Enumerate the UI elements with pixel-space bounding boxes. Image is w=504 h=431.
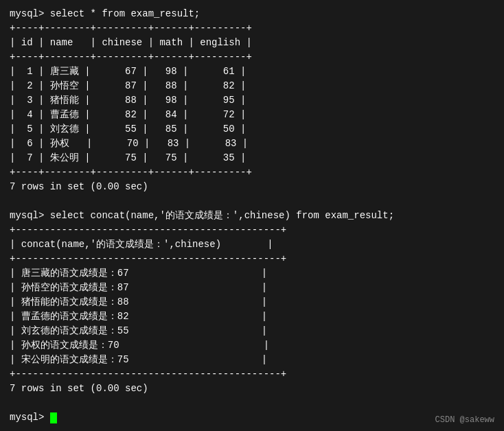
table-row: | 7 | 朱公明 | 75 | 75 | 35 |	[10, 151, 494, 165]
table2-border-bot: +---------------------------------------…	[10, 367, 494, 382]
empty-line1	[10, 194, 494, 209]
table-row: | 孙悟空的语文成绩是：87 |	[10, 281, 494, 295]
watermark: CSDN @sakeww	[435, 415, 494, 425]
table-row: | 6 | 孙权 | 70 | 83 | 83 |	[10, 137, 494, 151]
table-row: | 曹孟德的语文成绩是：82 |	[10, 310, 494, 324]
table1-border-bot: +----+--------+---------+------+--------…	[10, 165, 494, 180]
table1-rows: | 1 | 唐三藏 | 67 | 98 | 61 || 2 | 孙悟空 | 87…	[10, 65, 494, 165]
table-row: | 唐三藏的语文成绩是：67 |	[10, 266, 494, 281]
table1-border-mid: +----+--------+---------+------+--------…	[10, 50, 494, 65]
result1: 7 rows in set (0.00 sec)	[10, 180, 494, 194]
table-row: | 1 | 唐三藏 | 67 | 98 | 61 |	[10, 65, 494, 79]
table2-rows: | 唐三藏的语文成绩是：67 || 孙悟空的语文成绩是：87 || 猪悟能的语文…	[10, 266, 494, 367]
prompt3-line: mysql>	[10, 410, 494, 425]
cursor	[50, 412, 57, 423]
table-row: | 4 | 曹孟德 | 82 | 84 | 72 |	[10, 108, 494, 122]
empty-line2	[10, 396, 494, 410]
table-row: | 3 | 猪悟能 | 88 | 98 | 95 |	[10, 93, 494, 108]
table-row: | 宋公明的语文成绩是：75 |	[10, 353, 494, 367]
terminal: mysql> select * from exam_result; +----+…	[10, 7, 494, 425]
table-row: | 5 | 刘玄德 | 55 | 85 | 50 |	[10, 122, 494, 137]
table-row: | 刘玄德的语文成绩是：55 |	[10, 324, 494, 338]
table1-header: | id | name | chinese | math | english |	[10, 36, 494, 50]
table1-border-top: +----+--------+---------+------+--------…	[10, 21, 494, 36]
table2-header: | concat(name,'的语文成绩是：',chinese) |	[10, 237, 494, 252]
query2-line: mysql> select concat(name,'的语文成绩是：',chin…	[10, 209, 494, 223]
result2: 7 rows in set (0.00 sec)	[10, 382, 494, 396]
table2-border-mid: +---------------------------------------…	[10, 252, 494, 266]
query1-line: mysql> select * from exam_result;	[10, 7, 494, 21]
prompt3-text: mysql>	[10, 410, 50, 425]
table-row: | 2 | 孙悟空 | 87 | 88 | 82 |	[10, 79, 494, 93]
table-row: | 孙权的语文成绩是：70 |	[10, 338, 494, 353]
table2-border-top: +---------------------------------------…	[10, 223, 494, 237]
table-row: | 猪悟能的语文成绩是：88 |	[10, 295, 494, 310]
